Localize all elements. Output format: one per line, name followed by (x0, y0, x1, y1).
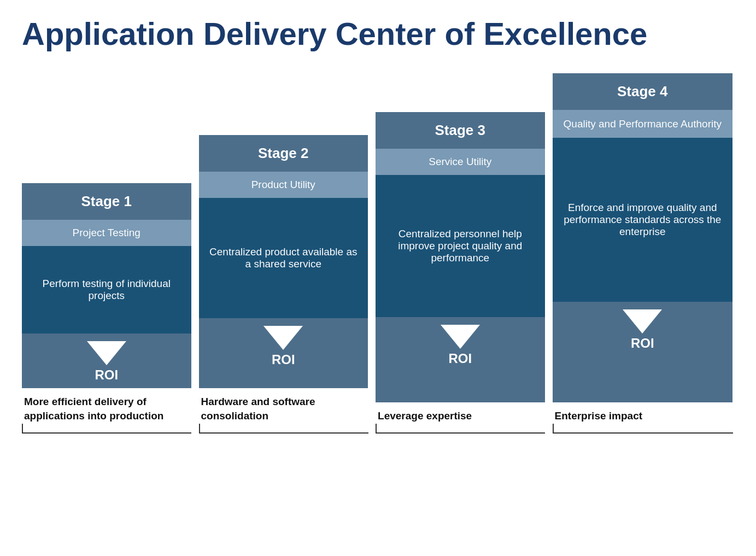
stage-2-roi: ROI (199, 318, 368, 373)
page: Application Delivery Center of Excellenc… (0, 0, 756, 556)
stage-1-subheader: Project Testing (22, 220, 191, 246)
stage-4-header: Stage 4 (553, 73, 732, 110)
stage-3-body: Centralized personnel help improve proje… (376, 175, 545, 317)
stage-4-base (553, 356, 732, 402)
stage-4-roi: ROI (553, 302, 732, 356)
stage-4-subheader: Quality and Performance Authority (553, 110, 732, 138)
stage-2-below-label: Hardware and software consolidation (199, 395, 368, 424)
stage-2-roi-label: ROI (272, 352, 295, 367)
stage-2-header: Stage 2 (199, 135, 368, 172)
stage-2-below: Hardware and software consolidation (199, 395, 368, 424)
stage-3-below: Leverage expertise (376, 409, 545, 424)
stage-1-header: Stage 1 (22, 183, 191, 220)
stage-3-col: Stage 3 Service Utility Centralized pers… (376, 112, 545, 424)
stage-1-col: Stage 1 Project Testing Perform testing … (22, 183, 191, 424)
stage-4-below-label: Enterprise impact (553, 409, 732, 424)
stage-4-col: Stage 4 Quality and Performance Authorit… (553, 73, 732, 424)
stage-2-bracket (199, 424, 368, 434)
stage-1-below-label: More efficient delivery of applications … (22, 395, 191, 424)
stage-4-body: Enforce and improve quality and performa… (553, 138, 732, 302)
stage-1-body: Perform testing of individual projects (22, 246, 191, 333)
stage-2-triangle (263, 326, 303, 350)
stage-2-col: Stage 2 Product Utility Centralized prod… (199, 135, 368, 424)
stage-3-roi-label: ROI (448, 351, 472, 366)
stage-1-bracket (22, 424, 191, 434)
stage-3-base (376, 372, 545, 402)
stage-1-roi: ROI (22, 333, 191, 388)
stage-4-triangle (623, 309, 662, 333)
stage-3-roi: ROI (376, 317, 545, 372)
stage-4-below: Enterprise impact (553, 409, 732, 424)
stage-1-triangle (87, 341, 126, 365)
stage-3-subheader: Service Utility (376, 149, 545, 175)
stage-2-base (199, 373, 368, 388)
stage-4-roi-label: ROI (631, 336, 654, 351)
stage-2-subheader: Product Utility (199, 172, 368, 198)
stage-3-bracket (376, 424, 545, 434)
page-title: Application Delivery Center of Excellenc… (22, 16, 734, 51)
stage-1-below: More efficient delivery of applications … (22, 395, 191, 424)
stage-4-bracket (553, 424, 733, 434)
stage-3-triangle (441, 325, 480, 349)
stage-3-below-label: Leverage expertise (376, 409, 545, 424)
stage-2-body: Centralized product available as a share… (199, 198, 368, 318)
stage-1-roi-label: ROI (95, 367, 118, 383)
stage-3-header: Stage 3 (376, 112, 545, 149)
